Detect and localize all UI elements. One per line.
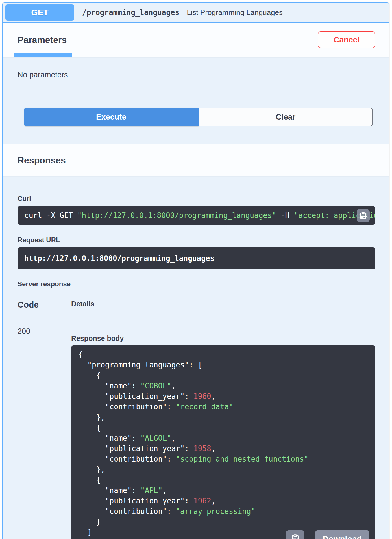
status-code: 200 — [18, 326, 71, 539]
clipboard-copy-icon — [290, 534, 300, 539]
parameters-body: No parameters Execute Clear — [3, 71, 389, 126]
no-parameters-text: No parameters — [18, 71, 375, 79]
active-tab-indicator — [14, 53, 72, 57]
cancel-button[interactable]: Cancel — [318, 31, 375, 48]
execute-button-row: Execute Clear — [24, 108, 373, 126]
parameters-header: Parameters Cancel — [3, 23, 389, 57]
details-column-header: Details — [71, 300, 94, 309]
responses-title: Responses — [18, 155, 66, 166]
responses-header: Responses — [3, 144, 389, 176]
server-response-table-header: Code Details — [18, 300, 375, 319]
operation-summary[interactable]: GET /programming_languages List Programm… — [3, 3, 389, 23]
request-url-box: http://127.0.0.1:8000/programming_langua… — [18, 247, 375, 269]
copy-to-clipboard-button[interactable] — [357, 209, 370, 222]
curl-label: Curl — [18, 195, 375, 203]
copy-to-clipboard-button[interactable] — [286, 530, 304, 539]
clear-button[interactable]: Clear — [199, 108, 373, 126]
execute-button[interactable]: Execute — [24, 108, 199, 126]
server-response-row: 200 Response body { "programming_languag… — [18, 319, 375, 539]
clipboard-copy-icon — [359, 211, 367, 220]
operation-panel: GET /programming_languages List Programm… — [2, 2, 389, 539]
tab-parameters: Parameters — [18, 35, 67, 45]
response-body-json: { "programming_languages": [ { "name": "… — [79, 349, 368, 539]
responses-body: Curl curl -X GET "http://127.0.0.1:8000/… — [3, 195, 389, 539]
request-url-value: http://127.0.0.1:8000/programming_langua… — [24, 254, 214, 263]
server-response-label: Server response — [18, 280, 375, 288]
response-body-box[interactable]: { "programming_languages": [ { "name": "… — [71, 345, 375, 539]
curl-command-text: curl -X GET "http://127.0.0.1:8000/progr… — [24, 211, 375, 220]
code-column-header: Code — [18, 300, 71, 309]
http-method-badge: GET — [5, 4, 74, 21]
curl-command-box[interactable]: curl -X GET "http://127.0.0.1:8000/progr… — [18, 206, 375, 225]
response-body-label: Response body — [71, 334, 375, 343]
endpoint-path: /programming_languages — [82, 8, 179, 17]
download-button[interactable]: Download — [315, 530, 369, 539]
endpoint-summary: List Programming Languages — [187, 8, 283, 17]
response-details-cell: Response body { "programming_languages":… — [71, 326, 375, 539]
response-actions: Download — [286, 530, 369, 539]
request-url-label: Request URL — [18, 236, 375, 244]
